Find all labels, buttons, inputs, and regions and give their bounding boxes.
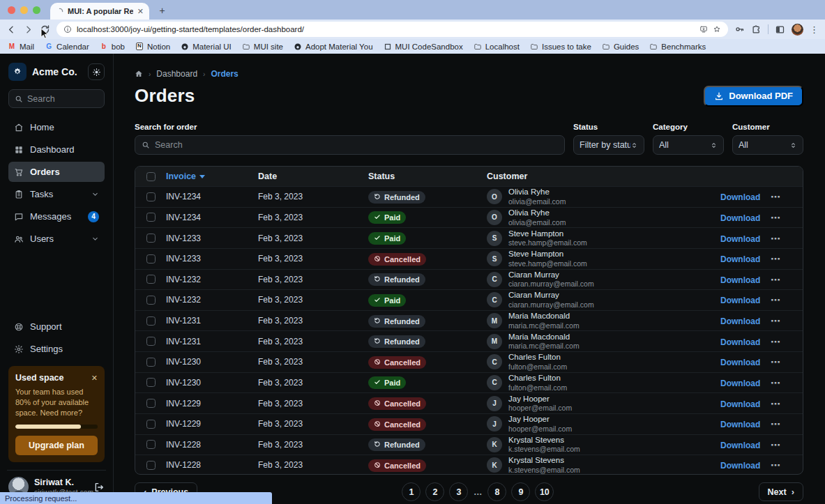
row-checkbox[interactable] (146, 461, 156, 470)
bookmark-item[interactable]: NNotion (135, 43, 170, 51)
download-link[interactable]: Download (720, 234, 760, 244)
page-button-9[interactable]: 9 (511, 482, 530, 501)
download-link[interactable]: Download (720, 316, 760, 326)
page-button-1[interactable]: 1 (402, 482, 421, 501)
row-menu-button[interactable]: ⋯ (771, 439, 803, 450)
page-button-8[interactable]: 8 (487, 482, 506, 501)
row-checkbox[interactable] (146, 234, 156, 243)
bookmark-item[interactable]: GCalendar (45, 43, 89, 51)
row-menu-button[interactable]: ⋯ (771, 191, 803, 202)
maximize-window-button[interactable] (33, 6, 40, 14)
download-link[interactable]: Download (720, 213, 760, 223)
category-filter-select[interactable]: All (653, 135, 724, 155)
extensions-icon[interactable] (751, 24, 762, 35)
minimize-window-button[interactable] (20, 6, 28, 14)
row-checkbox[interactable] (146, 337, 156, 346)
bookmark-item[interactable]: MMail (8, 43, 34, 51)
page-button-3[interactable]: 3 (449, 482, 468, 501)
download-link[interactable]: Download (720, 358, 760, 367)
customer-filter-select[interactable]: All (732, 135, 803, 155)
breadcrumb-dashboard[interactable]: Dashboard (156, 69, 197, 79)
status-filter-select[interactable]: Filter by status (573, 135, 644, 155)
forward-icon[interactable] (23, 24, 33, 35)
theme-toggle-button[interactable] (88, 63, 105, 80)
row-checkbox[interactable] (146, 378, 156, 387)
close-window-button[interactable] (8, 6, 15, 14)
row-checkbox[interactable] (146, 254, 156, 264)
download-link[interactable]: Download (720, 461, 760, 471)
order-search-input[interactable]: Search (135, 135, 565, 155)
row-checkbox[interactable] (146, 399, 156, 408)
bookmark-item[interactable]: Benchmarks (649, 43, 706, 51)
row-checkbox[interactable] (146, 358, 156, 367)
sidebar-item-orders[interactable]: Orders (8, 162, 105, 182)
row-checkbox[interactable] (146, 420, 156, 429)
new-tab-button[interactable]: + (156, 4, 168, 16)
close-icon[interactable]: ✕ (91, 374, 98, 383)
bookmark-item[interactable]: Localhost (474, 43, 520, 51)
sidebar-item-settings[interactable]: Settings (8, 339, 105, 359)
page-button-2[interactable]: 2 (425, 482, 444, 501)
row-menu-button[interactable]: ⋯ (771, 356, 803, 367)
download-link[interactable]: Download (720, 275, 760, 285)
sidebar-search-input[interactable]: Search (8, 89, 105, 108)
row-menu-button[interactable]: ⋯ (771, 336, 803, 347)
bookmark-item[interactable]: MUI CodeSandbox (384, 43, 463, 51)
bookmark-item[interactable]: Adopt Material You (294, 43, 373, 51)
bookmark-item[interactable]: Issues to take (530, 43, 591, 51)
back-icon[interactable] (6, 24, 17, 35)
row-checkbox[interactable] (146, 192, 156, 201)
site-info-icon[interactable] (63, 25, 72, 33)
bookmark-item[interactable]: Guides (602, 43, 639, 51)
download-link[interactable]: Download (720, 441, 760, 450)
next-page-button[interactable]: Next › (759, 482, 803, 501)
download-link[interactable]: Download (720, 420, 760, 429)
row-checkbox[interactable] (146, 275, 156, 284)
row-menu-button[interactable]: ⋯ (771, 212, 803, 223)
sidebar-item-users[interactable]: Users (8, 229, 105, 249)
install-app-icon[interactable] (699, 25, 708, 33)
sidebar-item-support[interactable]: Support (8, 316, 105, 337)
download-link[interactable]: Download (720, 192, 760, 202)
profile-avatar[interactable] (792, 24, 803, 36)
logout-icon[interactable] (93, 482, 105, 493)
download-link[interactable]: Download (720, 337, 760, 347)
tab-close-icon[interactable]: ✕ (137, 8, 144, 15)
row-checkbox[interactable] (146, 440, 156, 449)
bookmark-item[interactable]: bbob (100, 43, 125, 51)
password-key-icon[interactable] (734, 24, 745, 35)
bookmark-item[interactable]: MUI site (242, 43, 283, 51)
page-button-10[interactable]: 10 (535, 482, 554, 501)
row-checkbox[interactable] (146, 316, 156, 326)
sidebar-item-messages[interactable]: Messages4 (8, 206, 105, 227)
download-link[interactable]: Download (720, 399, 760, 409)
side-panel-icon[interactable] (775, 24, 785, 35)
home-icon[interactable] (135, 70, 143, 78)
row-menu-button[interactable]: ⋯ (771, 294, 803, 305)
row-checkbox[interactable] (146, 213, 156, 222)
row-checkbox[interactable] (146, 296, 156, 305)
download-pdf-button[interactable]: Download PDF (704, 86, 803, 107)
row-menu-button[interactable]: ⋯ (771, 418, 803, 429)
row-menu-button[interactable]: ⋯ (771, 377, 803, 388)
download-link[interactable]: Download (720, 296, 760, 305)
bookmark-item[interactable]: Material UI (181, 43, 232, 51)
browser-tab[interactable]: MUI: A popular React UI fram ✕ (50, 3, 149, 20)
select-all-checkbox[interactable] (146, 172, 156, 181)
row-menu-button[interactable]: ⋯ (771, 459, 803, 471)
sidebar-item-home[interactable]: Home (8, 117, 105, 137)
column-invoice[interactable]: Invoice (166, 171, 258, 181)
bookmark-star-icon[interactable] (713, 25, 721, 33)
download-link[interactable]: Download (720, 254, 760, 264)
row-menu-button[interactable]: ⋯ (771, 398, 803, 409)
row-menu-button[interactable]: ⋯ (771, 274, 803, 285)
sidebar-item-tasks[interactable]: Tasks (8, 184, 105, 204)
row-menu-button[interactable]: ⋯ (771, 315, 803, 326)
row-menu-button[interactable]: ⋯ (771, 253, 803, 264)
address-bar[interactable]: localhost:3000/joy-ui/getting-started/te… (56, 22, 728, 37)
sidebar-item-dashboard[interactable]: Dashboard (8, 139, 105, 160)
download-link[interactable]: Download (720, 379, 760, 388)
row-menu-button[interactable]: ⋯ (771, 233, 803, 244)
upgrade-plan-button[interactable]: Upgrade plan (15, 436, 98, 455)
browser-menu-icon[interactable]: ⋮ (810, 24, 819, 35)
